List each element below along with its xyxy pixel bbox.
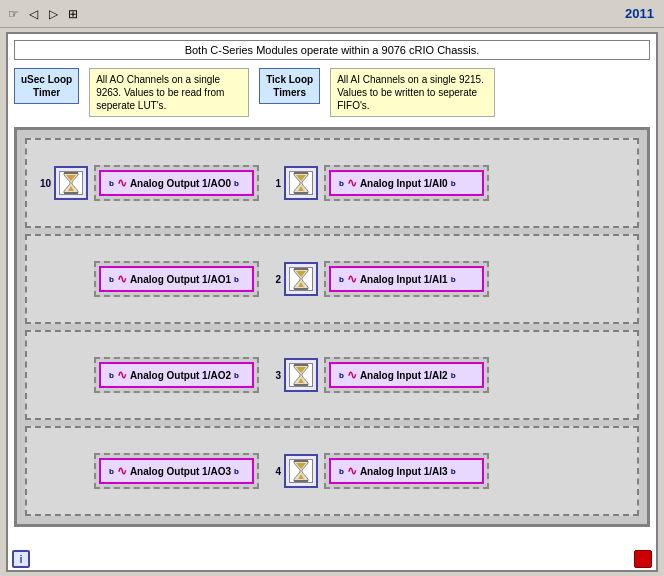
- ai-description: All AI Channels on a single 9215. Values…: [330, 68, 495, 117]
- info-icon[interactable]: i: [12, 550, 30, 568]
- toolbar: ☞ ◁ ▷ ⊞ 2011: [0, 0, 664, 28]
- ai-wave-icon-3: ∿: [347, 464, 357, 478]
- ai-b-left-2: b: [339, 371, 344, 380]
- ao-wave-icon-2: ∿: [117, 368, 127, 382]
- usec-timer-area-0: 10: [35, 166, 88, 200]
- hourglass-tick-svg-1: [291, 268, 311, 290]
- ai-channel-3: b ∿ Analog Input 1/AI3 b: [329, 458, 484, 484]
- tick-timer-area-0: 1: [265, 166, 318, 200]
- tick-timer-inner-2: [289, 363, 313, 387]
- tick-timer-area-3: 4: [265, 454, 318, 488]
- ao-b-right-1: b: [234, 275, 239, 284]
- ai-outer-1: b ∿ Analog Input 1/AI1 b: [324, 261, 489, 297]
- ai-b-right-0: b: [451, 179, 456, 188]
- hourglass-tick-svg-0: [291, 172, 311, 194]
- ao-outer-0: b ∿ Analog Output 1/AO0 b: [94, 165, 259, 201]
- ao-b-left-0: b: [109, 179, 114, 188]
- ai-outer-2: b ∿ Analog Input 1/AI2 b: [324, 357, 489, 393]
- grid-icon[interactable]: ⊞: [64, 5, 82, 23]
- back-icon[interactable]: ◁: [24, 5, 42, 23]
- tick-num-2: 3: [265, 370, 281, 381]
- ai-b-left-0: b: [339, 179, 344, 188]
- ai-b-right-3: b: [451, 467, 456, 476]
- tick-timer-label: Tick Loop Timers: [259, 68, 320, 104]
- ai-channel-2: b ∿ Analog Input 1/AI2 b: [329, 362, 484, 388]
- tick-num-0: 1: [265, 178, 281, 189]
- ai-channel-0: b ∿ Analog Input 1/AI0 b: [329, 170, 484, 196]
- ao-description: All AO Channels on a single 9263. Values…: [89, 68, 249, 117]
- tick-timer-icon-1[interactable]: [284, 262, 318, 296]
- ao-b-right-3: b: [234, 467, 239, 476]
- loop-row-2: b ∿ Analog Output 1/AO2 b 3: [25, 330, 639, 420]
- tick-timer-area-2: 3: [265, 358, 318, 392]
- loop-num-0: 10: [35, 178, 51, 189]
- tick-timer-icon-2[interactable]: [284, 358, 318, 392]
- ai-outer-0: b ∿ Analog Input 1/AI0 b: [324, 165, 489, 201]
- ai-wave-icon-2: ∿: [347, 368, 357, 382]
- ao-label-0: Analog Output 1/AO0: [130, 178, 231, 189]
- banner: Both C-Series Modules operate within a 9…: [14, 40, 650, 60]
- tick-timer-inner-0: [289, 171, 313, 195]
- ao-outer-1: b ∿ Analog Output 1/AO1 b: [94, 261, 259, 297]
- ai-label-2: Analog Input 1/AI2: [360, 370, 448, 381]
- ai-b-right-2: b: [451, 371, 456, 380]
- tick-timer-icon-0[interactable]: [284, 166, 318, 200]
- ai-outer-3: b ∿ Analog Input 1/AI3 b: [324, 453, 489, 489]
- ai-label-0: Analog Input 1/AI0: [360, 178, 448, 189]
- tick-timer-area-1: 2: [265, 262, 318, 296]
- usec-timer-inner-0: [59, 171, 83, 195]
- ao-wave-icon-1: ∿: [117, 272, 127, 286]
- ao-label-2: Analog Output 1/AO2: [130, 370, 231, 381]
- ao-label-1: Analog Output 1/AO1: [130, 274, 231, 285]
- ai-b-right-1: b: [451, 275, 456, 284]
- ao-b-right-0: b: [234, 179, 239, 188]
- tick-timer-icon-3[interactable]: [284, 454, 318, 488]
- ao-channel-0: b ∿ Analog Output 1/AO0 b: [99, 170, 254, 196]
- stop-button[interactable]: [634, 550, 652, 568]
- toolbar-icons: ☞ ◁ ▷ ⊞: [4, 5, 82, 23]
- tick-timer-inner-1: [289, 267, 313, 291]
- bottom-bar: i: [12, 550, 652, 568]
- ao-b-left-3: b: [109, 467, 114, 476]
- ao-wave-icon-3: ∿: [117, 464, 127, 478]
- ao-channel-2: b ∿ Analog Output 1/AO2 b: [99, 362, 254, 388]
- hand-icon[interactable]: ☞: [4, 5, 22, 23]
- hourglass-svg-0: [61, 172, 81, 194]
- ai-label-1: Analog Input 1/AI1: [360, 274, 448, 285]
- ai-label-3: Analog Input 1/AI3: [360, 466, 448, 477]
- ai-wave-icon-1: ∿: [347, 272, 357, 286]
- tick-num-3: 4: [265, 466, 281, 477]
- ao-outer-2: b ∿ Analog Output 1/AO2 b: [94, 357, 259, 393]
- forward-icon[interactable]: ▷: [44, 5, 62, 23]
- hourglass-tick-svg-2: [291, 364, 311, 386]
- usec-timer-label: uSec Loop Timer: [14, 68, 79, 104]
- tick-timer-inner-3: [289, 459, 313, 483]
- content-panel: 10 b ∿: [14, 127, 650, 527]
- ao-wave-icon-0: ∿: [117, 176, 127, 190]
- legend-row: uSec Loop Timer All AO Channels on a sin…: [14, 68, 650, 117]
- ao-channel-3: b ∿ Analog Output 1/AO3 b: [99, 458, 254, 484]
- ao-channel-1: b ∿ Analog Output 1/AO1 b: [99, 266, 254, 292]
- ao-outer-3: b ∿ Analog Output 1/AO3 b: [94, 453, 259, 489]
- ao-label-3: Analog Output 1/AO3: [130, 466, 231, 477]
- year-label: 2011: [625, 6, 660, 21]
- ao-b-left-2: b: [109, 371, 114, 380]
- ao-b-left-1: b: [109, 275, 114, 284]
- loop-row-3: b ∿ Analog Output 1/AO3 b 4: [25, 426, 639, 516]
- ai-b-left-1: b: [339, 275, 344, 284]
- ai-b-left-3: b: [339, 467, 344, 476]
- usec-timer-icon-0[interactable]: [54, 166, 88, 200]
- tick-num-1: 2: [265, 274, 281, 285]
- loop-row-0: 10 b ∿: [25, 138, 639, 228]
- ao-b-right-2: b: [234, 371, 239, 380]
- main-area: Both C-Series Modules operate within a 9…: [6, 32, 658, 572]
- loop-row-1: b ∿ Analog Output 1/AO1 b 2: [25, 234, 639, 324]
- ai-wave-icon-0: ∿: [347, 176, 357, 190]
- ai-channel-1: b ∿ Analog Input 1/AI1 b: [329, 266, 484, 292]
- hourglass-tick-svg-3: [291, 460, 311, 482]
